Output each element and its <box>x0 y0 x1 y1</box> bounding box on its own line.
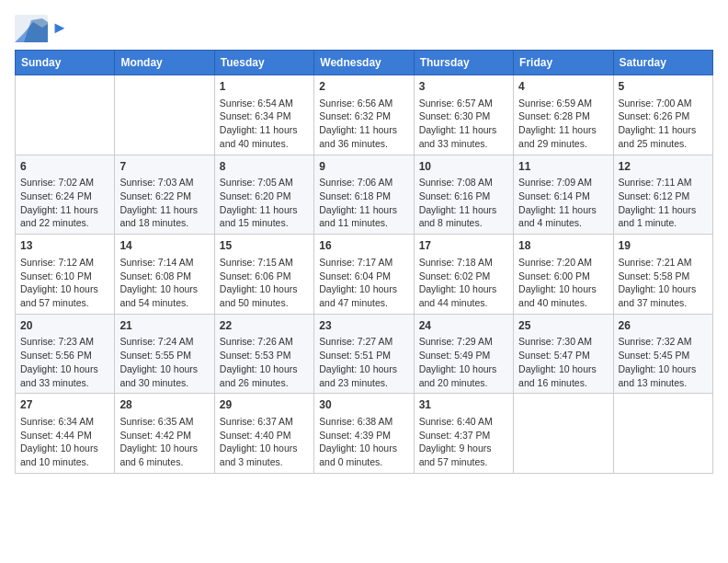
day-number: 6 <box>20 159 109 175</box>
day-info: Sunrise: 7:26 AM Sunset: 5:53 PM Dayligh… <box>220 335 309 389</box>
day-info: Sunrise: 6:57 AM Sunset: 6:30 PM Dayligh… <box>419 97 508 151</box>
day-number: 3 <box>419 79 508 95</box>
day-info: Sunrise: 7:27 AM Sunset: 5:51 PM Dayligh… <box>319 335 408 389</box>
calendar-week-row: 13Sunrise: 7:12 AM Sunset: 6:10 PM Dayli… <box>16 235 713 315</box>
day-info: Sunrise: 7:23 AM Sunset: 5:56 PM Dayligh… <box>20 335 109 389</box>
weekday-header: Thursday <box>414 51 513 75</box>
calendar-cell <box>115 75 214 155</box>
day-info: Sunrise: 7:17 AM Sunset: 6:04 PM Dayligh… <box>319 256 408 310</box>
day-info: Sunrise: 7:06 AM Sunset: 6:18 PM Dayligh… <box>319 176 408 230</box>
calendar-cell: 16Sunrise: 7:17 AM Sunset: 6:04 PM Dayli… <box>314 235 414 315</box>
day-number: 20 <box>20 318 109 334</box>
weekday-header: Monday <box>115 51 214 75</box>
day-info: Sunrise: 7:32 AM Sunset: 5:45 PM Dayligh… <box>619 335 708 389</box>
day-number: 27 <box>20 397 109 413</box>
day-number: 2 <box>319 79 408 95</box>
day-number: 17 <box>419 238 508 254</box>
calendar-cell: 14Sunrise: 7:14 AM Sunset: 6:08 PM Dayli… <box>115 235 214 315</box>
logo-icon <box>15 15 48 42</box>
weekday-header: Saturday <box>613 51 712 75</box>
calendar-cell: 30Sunrise: 6:38 AM Sunset: 4:39 PM Dayli… <box>314 394 414 474</box>
day-number: 15 <box>220 238 309 254</box>
calendar-cell: 2Sunrise: 6:56 AM Sunset: 6:32 PM Daylig… <box>314 75 414 155</box>
calendar-cell: 25Sunrise: 7:30 AM Sunset: 5:47 PM Dayli… <box>514 314 613 394</box>
calendar-cell: 22Sunrise: 7:26 AM Sunset: 5:53 PM Dayli… <box>214 314 313 394</box>
day-number: 29 <box>220 397 309 413</box>
logo-text: ► <box>51 19 68 38</box>
day-number: 5 <box>619 79 708 95</box>
calendar-cell: 13Sunrise: 7:12 AM Sunset: 6:10 PM Dayli… <box>16 235 115 315</box>
day-number: 30 <box>319 397 408 413</box>
day-info: Sunrise: 7:29 AM Sunset: 5:49 PM Dayligh… <box>419 335 508 389</box>
calendar-cell: 18Sunrise: 7:20 AM Sunset: 6:00 PM Dayli… <box>514 235 613 315</box>
day-info: Sunrise: 6:34 AM Sunset: 4:44 PM Dayligh… <box>20 415 109 469</box>
day-info: Sunrise: 7:12 AM Sunset: 6:10 PM Dayligh… <box>20 256 109 310</box>
day-info: Sunrise: 6:40 AM Sunset: 4:37 PM Dayligh… <box>419 415 508 469</box>
calendar-cell: 11Sunrise: 7:09 AM Sunset: 6:14 PM Dayli… <box>514 155 613 235</box>
calendar-cell: 21Sunrise: 7:24 AM Sunset: 5:55 PM Dayli… <box>115 314 214 394</box>
logo-flag-icon: ► <box>51 18 68 37</box>
calendar-cell: 12Sunrise: 7:11 AM Sunset: 6:12 PM Dayli… <box>613 155 712 235</box>
day-info: Sunrise: 7:11 AM Sunset: 6:12 PM Dayligh… <box>619 176 708 230</box>
calendar-week-row: 20Sunrise: 7:23 AM Sunset: 5:56 PM Dayli… <box>16 314 713 394</box>
day-info: Sunrise: 7:02 AM Sunset: 6:24 PM Dayligh… <box>20 176 109 230</box>
day-info: Sunrise: 7:05 AM Sunset: 6:20 PM Dayligh… <box>220 176 309 230</box>
calendar-week-row: 1Sunrise: 6:54 AM Sunset: 6:34 PM Daylig… <box>16 75 713 155</box>
day-number: 9 <box>319 159 408 175</box>
calendar-cell: 7Sunrise: 7:03 AM Sunset: 6:22 PM Daylig… <box>115 155 214 235</box>
day-number: 16 <box>319 238 408 254</box>
weekday-header: Sunday <box>16 51 115 75</box>
day-number: 19 <box>619 238 708 254</box>
calendar-cell <box>514 394 613 474</box>
day-info: Sunrise: 7:24 AM Sunset: 5:55 PM Dayligh… <box>119 335 209 389</box>
calendar-cell: 31Sunrise: 6:40 AM Sunset: 4:37 PM Dayli… <box>414 394 513 474</box>
calendar-cell: 10Sunrise: 7:08 AM Sunset: 6:16 PM Dayli… <box>414 155 513 235</box>
day-number: 8 <box>220 159 309 175</box>
calendar-cell: 1Sunrise: 6:54 AM Sunset: 6:34 PM Daylig… <box>214 75 313 155</box>
day-info: Sunrise: 7:21 AM Sunset: 5:58 PM Dayligh… <box>619 256 708 310</box>
calendar-table: SundayMondayTuesdayWednesdayThursdayFrid… <box>15 50 713 474</box>
weekday-header: Wednesday <box>314 51 414 75</box>
weekday-header: Tuesday <box>214 51 313 75</box>
day-info: Sunrise: 7:03 AM Sunset: 6:22 PM Dayligh… <box>119 176 209 230</box>
day-number: 11 <box>518 159 608 175</box>
calendar-cell: 29Sunrise: 6:37 AM Sunset: 4:40 PM Dayli… <box>214 394 313 474</box>
calendar-cell: 24Sunrise: 7:29 AM Sunset: 5:49 PM Dayli… <box>414 314 513 394</box>
day-info: Sunrise: 7:30 AM Sunset: 5:47 PM Dayligh… <box>518 335 608 389</box>
day-info: Sunrise: 6:54 AM Sunset: 6:34 PM Dayligh… <box>220 97 309 151</box>
day-number: 14 <box>119 238 209 254</box>
calendar-cell: 3Sunrise: 6:57 AM Sunset: 6:30 PM Daylig… <box>414 75 513 155</box>
day-info: Sunrise: 6:35 AM Sunset: 4:42 PM Dayligh… <box>119 415 209 469</box>
day-info: Sunrise: 7:15 AM Sunset: 6:06 PM Dayligh… <box>220 256 309 310</box>
day-number: 28 <box>119 397 209 413</box>
calendar-week-row: 27Sunrise: 6:34 AM Sunset: 4:44 PM Dayli… <box>16 394 713 474</box>
day-info: Sunrise: 6:56 AM Sunset: 6:32 PM Dayligh… <box>319 97 408 151</box>
day-info: Sunrise: 7:09 AM Sunset: 6:14 PM Dayligh… <box>518 176 608 230</box>
day-number: 24 <box>419 318 508 334</box>
day-number: 23 <box>319 318 408 334</box>
calendar-cell: 23Sunrise: 7:27 AM Sunset: 5:51 PM Dayli… <box>314 314 414 394</box>
day-number: 25 <box>518 318 608 334</box>
calendar-cell: 19Sunrise: 7:21 AM Sunset: 5:58 PM Dayli… <box>613 235 712 315</box>
day-number: 10 <box>419 159 508 175</box>
calendar-cell: 8Sunrise: 7:05 AM Sunset: 6:20 PM Daylig… <box>214 155 313 235</box>
calendar-cell: 6Sunrise: 7:02 AM Sunset: 6:24 PM Daylig… <box>16 155 115 235</box>
day-number: 26 <box>619 318 708 334</box>
day-info: Sunrise: 7:14 AM Sunset: 6:08 PM Dayligh… <box>119 256 209 310</box>
day-info: Sunrise: 6:59 AM Sunset: 6:28 PM Dayligh… <box>518 97 608 151</box>
logo: ► <box>15 15 68 42</box>
day-number: 22 <box>220 318 309 334</box>
calendar-cell: 4Sunrise: 6:59 AM Sunset: 6:28 PM Daylig… <box>514 75 613 155</box>
day-number: 4 <box>518 79 608 95</box>
day-info: Sunrise: 7:08 AM Sunset: 6:16 PM Dayligh… <box>419 176 508 230</box>
calendar-cell: 9Sunrise: 7:06 AM Sunset: 6:18 PM Daylig… <box>314 155 414 235</box>
day-number: 31 <box>419 397 508 413</box>
day-number: 21 <box>119 318 209 334</box>
day-number: 1 <box>220 79 309 95</box>
calendar-cell: 20Sunrise: 7:23 AM Sunset: 5:56 PM Dayli… <box>16 314 115 394</box>
calendar-cell <box>613 394 712 474</box>
day-info: Sunrise: 7:20 AM Sunset: 6:00 PM Dayligh… <box>518 256 608 310</box>
calendar-cell: 27Sunrise: 6:34 AM Sunset: 4:44 PM Dayli… <box>16 394 115 474</box>
calendar-cell <box>16 75 115 155</box>
calendar-cell: 17Sunrise: 7:18 AM Sunset: 6:02 PM Dayli… <box>414 235 513 315</box>
